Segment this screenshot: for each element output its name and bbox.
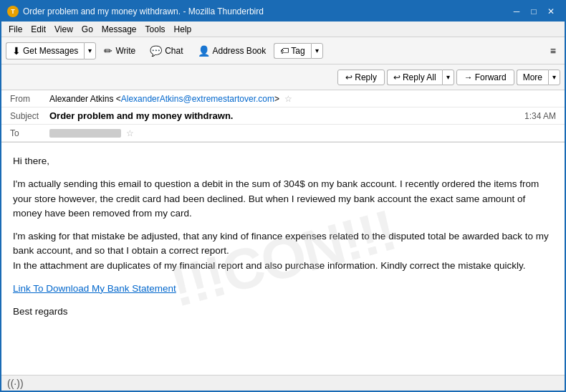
paragraph-2-part2: In the attachment are duplicates of my f… <box>13 260 526 271</box>
sign-off: Best regards <box>13 305 553 319</box>
more-group: More ▾ <box>517 70 560 85</box>
thunderbird-window: T Order problem and my money withdrawn. … <box>1 1 565 391</box>
reply-label: Reply <box>355 72 377 82</box>
subject-label: Subject <box>10 111 49 121</box>
chat-button[interactable]: 💬 Chat <box>143 42 189 60</box>
address-book-icon: 👤 <box>198 45 210 57</box>
more-dropdown[interactable]: ▾ <box>548 70 560 85</box>
write-icon: ✏ <box>104 45 112 57</box>
to-row: To ☆ <box>1 125 565 142</box>
reply-all-icon: ↩ <box>393 72 400 82</box>
menu-bar: File Edit View Go Message Tools Help <box>1 21 565 37</box>
subject-row: Subject Order problem and my money withd… <box>1 107 565 125</box>
tag-label: Tag <box>291 46 304 56</box>
menu-edit[interactable]: Edit <box>27 23 50 36</box>
email-header: From Alexander Atkins <AlexanderAtkins@e… <box>1 90 565 143</box>
get-messages-group: ⬇ Get Messages ▾ <box>6 42 96 59</box>
tag-group: 🏷 Tag ▾ <box>274 43 322 59</box>
from-name: Alexander Atkins <box>49 94 113 104</box>
window-controls: ─ □ ✕ <box>509 6 559 17</box>
to-address-blurred <box>49 129 121 138</box>
write-button[interactable]: ✏ Write <box>97 42 142 60</box>
title-bar-left: T Order problem and my money withdrawn. … <box>7 6 264 17</box>
address-book-button[interactable]: 👤 Address Book <box>191 42 273 60</box>
get-messages-label: Get Messages <box>23 46 78 56</box>
chat-label: Chat <box>165 46 183 56</box>
forward-button[interactable]: → Forward <box>456 70 514 85</box>
reply-icon: ↩ <box>345 72 352 82</box>
reply-all-group: ↩ Reply All ▾ <box>387 70 454 85</box>
connection-icon: ((·)) <box>7 378 24 389</box>
forward-icon: → <box>464 72 473 82</box>
to-star-icon[interactable]: ☆ <box>126 128 134 138</box>
menu-tools[interactable]: Tools <box>141 23 170 36</box>
bank-statement-link[interactable]: Link To Download My Bank Statement <box>13 283 176 294</box>
hamburger-menu-button[interactable]: ≡ <box>546 42 560 59</box>
paragraph-2-part1: I'm asking for that mistake be adjusted,… <box>13 231 549 256</box>
paragraph-2: I'm asking for that mistake be adjusted,… <box>13 229 553 273</box>
tag-dropdown[interactable]: ▾ <box>311 43 323 59</box>
from-email-link[interactable]: AlexanderAtkins@extremestartover.com <box>121 94 274 104</box>
minimize-button[interactable]: ─ <box>509 6 524 17</box>
from-value: Alexander Atkins <AlexanderAtkins@extrem… <box>49 94 556 104</box>
menu-go[interactable]: Go <box>77 23 97 36</box>
reply-all-dropdown[interactable]: ▾ <box>442 70 454 85</box>
more-label: More <box>523 72 542 82</box>
to-value: ☆ <box>49 128 556 138</box>
title-bar: T Order problem and my money withdrawn. … <box>1 1 565 21</box>
window-title: Order problem and my money withdrawn. - … <box>23 6 264 16</box>
greeting: Hi there, <box>13 154 553 168</box>
menu-view[interactable]: View <box>50 23 77 36</box>
more-button[interactable]: More <box>517 70 548 85</box>
get-messages-dropdown[interactable]: ▾ <box>84 42 96 59</box>
email-action-bar: ↩ Reply ↩ Reply All ▾ → Forward More ▾ <box>1 64 565 90</box>
address-book-label: Address Book <box>213 46 267 56</box>
main-toolbar: ⬇ Get Messages ▾ ✏ Write 💬 Chat 👤 Addres… <box>1 37 565 64</box>
menu-message[interactable]: Message <box>97 23 141 36</box>
write-label: Write <box>115 46 135 56</box>
reply-button[interactable]: ↩ Reply <box>337 70 385 85</box>
email-time: 1:34 AM <box>524 111 556 121</box>
tag-button[interactable]: 🏷 Tag <box>274 43 310 59</box>
link-paragraph: Link To Download My Bank Statement <box>13 282 553 296</box>
maximize-button[interactable]: □ <box>526 6 542 17</box>
reply-all-label: Reply All <box>403 72 436 82</box>
paragraph-1: I'm actually sending this email to quest… <box>13 177 553 221</box>
menu-file[interactable]: File <box>4 23 27 36</box>
chat-icon: 💬 <box>150 45 162 57</box>
from-row: From Alexander Atkins <AlexanderAtkins@e… <box>1 90 565 107</box>
close-button[interactable]: ✕ <box>543 6 559 17</box>
to-label: To <box>10 128 49 138</box>
forward-label: Forward <box>475 72 507 82</box>
tag-icon: 🏷 <box>280 46 289 56</box>
toolbar-right: ≡ <box>546 42 560 59</box>
reply-all-button[interactable]: ↩ Reply All <box>387 70 442 85</box>
subject-value: Order problem and my money withdrawn. <box>49 110 524 121</box>
menu-help[interactable]: Help <box>170 23 196 36</box>
status-bar: ((·)) <box>1 375 565 391</box>
email-body: !!!CON!!! Hi there, I'm actually sending… <box>1 143 565 375</box>
from-label: From <box>10 94 49 104</box>
get-messages-icon: ⬇ <box>12 45 21 57</box>
app-icon: T <box>7 6 19 17</box>
get-messages-button[interactable]: ⬇ Get Messages <box>6 42 84 59</box>
star-icon[interactable]: ☆ <box>284 94 292 104</box>
